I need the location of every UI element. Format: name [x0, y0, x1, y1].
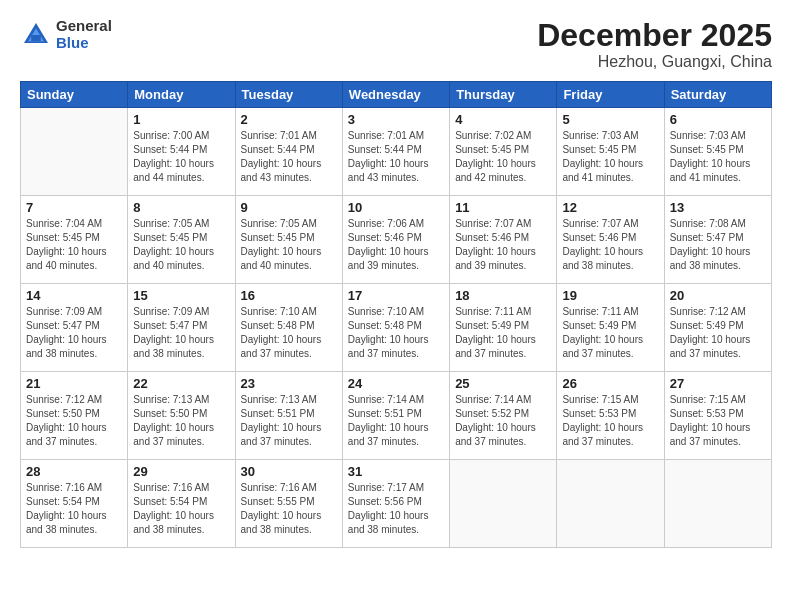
day-number: 29 — [133, 464, 229, 479]
day-number: 23 — [241, 376, 337, 391]
day-info: Sunrise: 7:11 AM Sunset: 5:49 PM Dayligh… — [562, 305, 658, 361]
day-number: 24 — [348, 376, 444, 391]
calendar-cell — [450, 460, 557, 548]
page-title: December 2025 — [537, 18, 772, 53]
calendar-cell: 2Sunrise: 7:01 AM Sunset: 5:44 PM Daylig… — [235, 108, 342, 196]
day-info: Sunrise: 7:11 AM Sunset: 5:49 PM Dayligh… — [455, 305, 551, 361]
calendar-cell — [557, 460, 664, 548]
weekday-header: Saturday — [664, 82, 771, 108]
logo-text: General Blue — [56, 18, 112, 51]
day-info: Sunrise: 7:17 AM Sunset: 5:56 PM Dayligh… — [348, 481, 444, 537]
day-info: Sunrise: 7:09 AM Sunset: 5:47 PM Dayligh… — [26, 305, 122, 361]
calendar-week-row: 1Sunrise: 7:00 AM Sunset: 5:44 PM Daylig… — [21, 108, 772, 196]
calendar-cell: 10Sunrise: 7:06 AM Sunset: 5:46 PM Dayli… — [342, 196, 449, 284]
day-number: 22 — [133, 376, 229, 391]
day-number: 13 — [670, 200, 766, 215]
day-number: 20 — [670, 288, 766, 303]
logo-general: General — [56, 18, 112, 35]
title-block: December 2025 Hezhou, Guangxi, China — [537, 18, 772, 71]
day-info: Sunrise: 7:10 AM Sunset: 5:48 PM Dayligh… — [348, 305, 444, 361]
weekday-header: Thursday — [450, 82, 557, 108]
calendar-cell: 6Sunrise: 7:03 AM Sunset: 5:45 PM Daylig… — [664, 108, 771, 196]
weekday-header: Sunday — [21, 82, 128, 108]
calendar-cell: 27Sunrise: 7:15 AM Sunset: 5:53 PM Dayli… — [664, 372, 771, 460]
logo-icon — [20, 19, 52, 51]
day-number: 19 — [562, 288, 658, 303]
day-number: 4 — [455, 112, 551, 127]
day-info: Sunrise: 7:01 AM Sunset: 5:44 PM Dayligh… — [241, 129, 337, 185]
calendar-cell: 20Sunrise: 7:12 AM Sunset: 5:49 PM Dayli… — [664, 284, 771, 372]
weekday-header: Monday — [128, 82, 235, 108]
day-number: 14 — [26, 288, 122, 303]
weekday-header: Friday — [557, 82, 664, 108]
calendar-cell: 14Sunrise: 7:09 AM Sunset: 5:47 PM Dayli… — [21, 284, 128, 372]
calendar-week-row: 21Sunrise: 7:12 AM Sunset: 5:50 PM Dayli… — [21, 372, 772, 460]
calendar-cell: 21Sunrise: 7:12 AM Sunset: 5:50 PM Dayli… — [21, 372, 128, 460]
calendar-cell: 25Sunrise: 7:14 AM Sunset: 5:52 PM Dayli… — [450, 372, 557, 460]
day-number: 31 — [348, 464, 444, 479]
day-info: Sunrise: 7:14 AM Sunset: 5:51 PM Dayligh… — [348, 393, 444, 449]
day-number: 30 — [241, 464, 337, 479]
calendar-cell: 9Sunrise: 7:05 AM Sunset: 5:45 PM Daylig… — [235, 196, 342, 284]
day-info: Sunrise: 7:07 AM Sunset: 5:46 PM Dayligh… — [455, 217, 551, 273]
calendar-cell: 26Sunrise: 7:15 AM Sunset: 5:53 PM Dayli… — [557, 372, 664, 460]
svg-rect-2 — [31, 35, 41, 41]
page-container: General Blue December 2025 Hezhou, Guang… — [0, 0, 792, 558]
weekday-row: SundayMondayTuesdayWednesdayThursdayFrid… — [21, 82, 772, 108]
weekday-header: Wednesday — [342, 82, 449, 108]
day-number: 10 — [348, 200, 444, 215]
calendar-cell: 24Sunrise: 7:14 AM Sunset: 5:51 PM Dayli… — [342, 372, 449, 460]
day-number: 11 — [455, 200, 551, 215]
day-number: 27 — [670, 376, 766, 391]
day-info: Sunrise: 7:05 AM Sunset: 5:45 PM Dayligh… — [241, 217, 337, 273]
day-number: 21 — [26, 376, 122, 391]
header: General Blue December 2025 Hezhou, Guang… — [20, 18, 772, 71]
day-info: Sunrise: 7:09 AM Sunset: 5:47 PM Dayligh… — [133, 305, 229, 361]
calendar-cell: 12Sunrise: 7:07 AM Sunset: 5:46 PM Dayli… — [557, 196, 664, 284]
calendar-body: 1Sunrise: 7:00 AM Sunset: 5:44 PM Daylig… — [21, 108, 772, 548]
day-info: Sunrise: 7:12 AM Sunset: 5:50 PM Dayligh… — [26, 393, 122, 449]
day-info: Sunrise: 7:03 AM Sunset: 5:45 PM Dayligh… — [562, 129, 658, 185]
day-info: Sunrise: 7:13 AM Sunset: 5:51 PM Dayligh… — [241, 393, 337, 449]
logo-blue: Blue — [56, 35, 112, 52]
day-number: 16 — [241, 288, 337, 303]
day-info: Sunrise: 7:16 AM Sunset: 5:54 PM Dayligh… — [133, 481, 229, 537]
calendar-cell: 13Sunrise: 7:08 AM Sunset: 5:47 PM Dayli… — [664, 196, 771, 284]
day-info: Sunrise: 7:15 AM Sunset: 5:53 PM Dayligh… — [670, 393, 766, 449]
calendar-cell: 31Sunrise: 7:17 AM Sunset: 5:56 PM Dayli… — [342, 460, 449, 548]
day-number: 7 — [26, 200, 122, 215]
calendar-cell: 5Sunrise: 7:03 AM Sunset: 5:45 PM Daylig… — [557, 108, 664, 196]
calendar-cell — [21, 108, 128, 196]
day-info: Sunrise: 7:16 AM Sunset: 5:54 PM Dayligh… — [26, 481, 122, 537]
day-info: Sunrise: 7:06 AM Sunset: 5:46 PM Dayligh… — [348, 217, 444, 273]
day-info: Sunrise: 7:03 AM Sunset: 5:45 PM Dayligh… — [670, 129, 766, 185]
day-info: Sunrise: 7:00 AM Sunset: 5:44 PM Dayligh… — [133, 129, 229, 185]
day-info: Sunrise: 7:02 AM Sunset: 5:45 PM Dayligh… — [455, 129, 551, 185]
day-info: Sunrise: 7:05 AM Sunset: 5:45 PM Dayligh… — [133, 217, 229, 273]
calendar-cell: 7Sunrise: 7:04 AM Sunset: 5:45 PM Daylig… — [21, 196, 128, 284]
calendar-cell: 11Sunrise: 7:07 AM Sunset: 5:46 PM Dayli… — [450, 196, 557, 284]
day-number: 18 — [455, 288, 551, 303]
day-number: 6 — [670, 112, 766, 127]
weekday-header: Tuesday — [235, 82, 342, 108]
calendar-cell: 17Sunrise: 7:10 AM Sunset: 5:48 PM Dayli… — [342, 284, 449, 372]
calendar-cell: 8Sunrise: 7:05 AM Sunset: 5:45 PM Daylig… — [128, 196, 235, 284]
calendar-cell: 4Sunrise: 7:02 AM Sunset: 5:45 PM Daylig… — [450, 108, 557, 196]
day-number: 1 — [133, 112, 229, 127]
day-number: 28 — [26, 464, 122, 479]
day-number: 25 — [455, 376, 551, 391]
calendar-cell: 22Sunrise: 7:13 AM Sunset: 5:50 PM Dayli… — [128, 372, 235, 460]
calendar-cell: 30Sunrise: 7:16 AM Sunset: 5:55 PM Dayli… — [235, 460, 342, 548]
calendar-cell: 19Sunrise: 7:11 AM Sunset: 5:49 PM Dayli… — [557, 284, 664, 372]
day-info: Sunrise: 7:04 AM Sunset: 5:45 PM Dayligh… — [26, 217, 122, 273]
calendar-cell: 28Sunrise: 7:16 AM Sunset: 5:54 PM Dayli… — [21, 460, 128, 548]
day-number: 9 — [241, 200, 337, 215]
day-number: 26 — [562, 376, 658, 391]
calendar-cell: 23Sunrise: 7:13 AM Sunset: 5:51 PM Dayli… — [235, 372, 342, 460]
day-info: Sunrise: 7:10 AM Sunset: 5:48 PM Dayligh… — [241, 305, 337, 361]
day-number: 8 — [133, 200, 229, 215]
day-info: Sunrise: 7:08 AM Sunset: 5:47 PM Dayligh… — [670, 217, 766, 273]
day-info: Sunrise: 7:14 AM Sunset: 5:52 PM Dayligh… — [455, 393, 551, 449]
day-number: 17 — [348, 288, 444, 303]
calendar-cell: 3Sunrise: 7:01 AM Sunset: 5:44 PM Daylig… — [342, 108, 449, 196]
